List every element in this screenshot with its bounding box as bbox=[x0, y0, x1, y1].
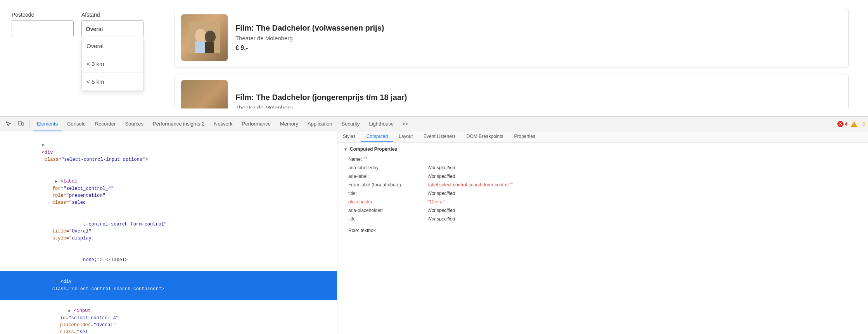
webpage-area: Postcode Afstand Overal Overal < 3 km < … bbox=[0, 0, 868, 116]
film-title-2: Film: The Dadchelor (jongerenprijs t/m 1… bbox=[235, 93, 842, 102]
event-listeners-tab[interactable]: Event Listeners bbox=[418, 131, 461, 142]
svg-rect-4 bbox=[205, 42, 214, 53]
devtools-body: <div class="select-control-input options… bbox=[0, 131, 868, 334]
error-icon: ✕ bbox=[837, 121, 844, 127]
tab-elements[interactable]: Elements bbox=[33, 117, 62, 131]
postcode-input[interactable] bbox=[12, 20, 74, 37]
content-area: Film: The Dadchelor (volwassenen prijs) … bbox=[175, 8, 856, 108]
computed-tri[interactable] bbox=[344, 147, 348, 152]
film-card-2: Film: The Dadchelor (jongerenprijs t/m 1… bbox=[175, 74, 849, 108]
computed-tabs: Styles Computed Layout Event Listeners D… bbox=[337, 131, 868, 143]
film-price-1: € 9,- bbox=[235, 45, 842, 52]
warn-icon bbox=[851, 121, 857, 127]
toolbar-separator-1 bbox=[29, 120, 30, 128]
svg-point-1 bbox=[195, 29, 206, 43]
computed-panel: Styles Computed Layout Event Listeners D… bbox=[337, 131, 868, 334]
html-line-2b: t-control-search form-control" title="Ov… bbox=[0, 213, 337, 249]
computed-aria-label: aria-label: Not specified bbox=[344, 172, 862, 181]
key-title-1: title: bbox=[348, 190, 426, 197]
tab-memory[interactable]: Memory bbox=[276, 117, 302, 131]
error-badge: ✕ 4 bbox=[837, 121, 847, 127]
film-title-1: Film: The Dadchelor (volwassenen prijs) bbox=[235, 24, 842, 33]
svg-rect-5 bbox=[19, 121, 21, 125]
computed-aria-labelledby: aria-labelledby: Not specified bbox=[344, 164, 862, 172]
devtools-toolbar: Elements Console Recorder Sources Perfor… bbox=[0, 117, 868, 131]
afstand-dropdown-container: Overal Overal < 3 km < 5 km bbox=[81, 20, 144, 37]
film-thumb-2 bbox=[181, 80, 228, 108]
val-from-label[interactable]: label.select-control-search.form-control… bbox=[428, 181, 513, 188]
film-venue-1: Theater de Molenberg bbox=[235, 35, 842, 41]
dropdown-item-overal[interactable]: Overal bbox=[82, 37, 143, 55]
device-icon bbox=[18, 121, 24, 127]
film-thumb-img-2 bbox=[181, 80, 228, 108]
key-aria-labelledby: aria-labelledby: bbox=[348, 164, 426, 171]
tab-sources[interactable]: Sources bbox=[121, 117, 147, 131]
form-panel: Postcode Afstand Overal Overal < 3 km < … bbox=[12, 8, 163, 108]
tab-network[interactable]: Network bbox=[210, 117, 237, 131]
layout-tab[interactable]: Layout bbox=[393, 131, 418, 142]
device-toggle-btn[interactable] bbox=[16, 119, 26, 129]
styles-tab[interactable]: Styles bbox=[337, 131, 361, 142]
svg-rect-6 bbox=[22, 122, 23, 126]
tab-performance[interactable]: Performance bbox=[238, 117, 275, 131]
computed-role-row: Role: textbox bbox=[344, 226, 862, 235]
devtools-panel: Elements Console Recorder Sources Perfor… bbox=[0, 116, 868, 334]
tab-performance-insights[interactable]: Performance insights Σ bbox=[149, 117, 209, 131]
warn-badge: 3 bbox=[851, 121, 865, 127]
tri-1[interactable] bbox=[42, 142, 47, 149]
film-card-1: Film: The Dadchelor (volwassenen prijs) … bbox=[175, 8, 849, 67]
tri-3[interactable] bbox=[55, 278, 60, 286]
val-aria-placeholder: Not specified bbox=[428, 207, 455, 214]
tab-security[interactable]: Security bbox=[338, 117, 364, 131]
name-val: "" bbox=[363, 157, 367, 162]
more-tabs-btn[interactable]: >> bbox=[399, 117, 411, 131]
postcode-label: Postcode bbox=[12, 12, 74, 18]
key-aria-label: aria-label: bbox=[348, 173, 426, 180]
role-val: textbox bbox=[361, 228, 376, 233]
role-label: Role: bbox=[348, 228, 359, 233]
tab-lighthouse[interactable]: Lighthouse bbox=[365, 117, 398, 131]
html-line-2: <label for="select_control_4" role="pres… bbox=[0, 170, 337, 213]
key-title-2: title: bbox=[348, 215, 426, 222]
afstand-label: Afstand bbox=[81, 12, 144, 18]
html-line-2c: none;">…</label> bbox=[0, 249, 337, 271]
tri-4[interactable] bbox=[68, 307, 73, 315]
open-tag-1: < bbox=[42, 150, 45, 155]
val-title-1: Not specified bbox=[428, 190, 455, 197]
dropdown-menu: Overal < 3 km < 5 km bbox=[81, 37, 144, 91]
key-aria-placeholder: aria-placeholder: bbox=[348, 207, 426, 214]
afstand-group: Afstand Overal Overal < 3 km < 5 km bbox=[81, 12, 144, 37]
key-placeholder: placeholder: bbox=[348, 198, 426, 205]
afstand-select[interactable]: Overal bbox=[81, 20, 144, 37]
film-thumb-1 bbox=[181, 14, 228, 61]
tab-application[interactable]: Application bbox=[304, 117, 336, 131]
computed-tab[interactable]: Computed bbox=[361, 131, 393, 142]
html-line-4: <input id="select_control_4" placeholder… bbox=[0, 300, 337, 334]
tab-console[interactable]: Console bbox=[63, 117, 90, 131]
film-poster-1 bbox=[189, 22, 220, 53]
computed-aria-placeholder: aria-placeholder: Not specified bbox=[344, 206, 862, 215]
name-label: Name: bbox=[348, 157, 362, 162]
film-info-1: Film: The Dadchelor (volwassenen prijs) … bbox=[235, 24, 842, 52]
html-panel[interactable]: <div class="select-control-input options… bbox=[0, 131, 337, 334]
key-from-label: From label (for= attribute): bbox=[348, 181, 426, 188]
computed-title-2: title: Not specified bbox=[344, 215, 862, 223]
dropdown-item-3km[interactable]: < 3 km bbox=[82, 55, 143, 73]
dropdown-item-5km[interactable]: < 5 km bbox=[82, 73, 143, 91]
computed-placeholder: placeholder: "Overal"- bbox=[344, 198, 862, 206]
properties-tab[interactable]: Properties bbox=[509, 131, 541, 142]
computed-from-label: From label (for= attribute): label.selec… bbox=[344, 181, 862, 189]
error-count: 4 bbox=[845, 121, 847, 127]
form-row: Postcode Afstand Overal Overal < 3 km < … bbox=[12, 12, 163, 37]
select-value: Overal bbox=[86, 26, 103, 32]
inspect-element-btn[interactable] bbox=[3, 119, 14, 129]
tab-recorder[interactable]: Recorder bbox=[91, 117, 119, 131]
svg-rect-3 bbox=[195, 41, 206, 53]
warn-count: 3 bbox=[862, 121, 865, 127]
tri-2[interactable] bbox=[55, 178, 60, 185]
val-aria-label: Not specified bbox=[428, 173, 455, 180]
postcode-group: Postcode bbox=[12, 12, 74, 37]
film-thumb-img-1 bbox=[181, 14, 228, 61]
computed-content: Computed Properties Name: "" aria-labell… bbox=[337, 143, 868, 239]
dom-breakpoints-tab[interactable]: DOM Breakpoints bbox=[461, 131, 509, 142]
